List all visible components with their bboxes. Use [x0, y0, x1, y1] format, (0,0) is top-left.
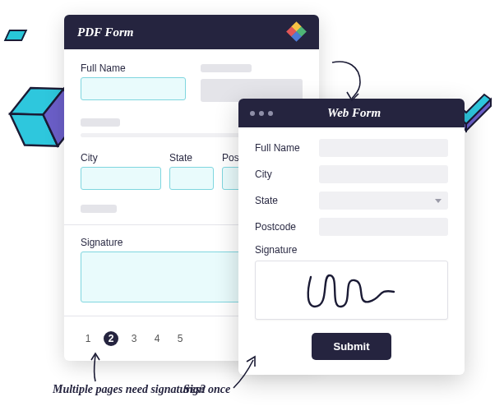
decorative-chip — [4, 30, 28, 41]
pdf-form-title: PDF Form — [77, 25, 134, 39]
web-state-select[interactable] — [319, 192, 448, 210]
web-state-label: State — [255, 195, 307, 206]
web-form-window: Web Form Full Name City State Postcode S… — [238, 99, 465, 375]
web-city-input[interactable] — [319, 165, 448, 183]
web-city-label: City — [255, 168, 307, 180]
pdf-state-label: State — [169, 152, 214, 164]
pdf-city-input[interactable] — [81, 167, 161, 190]
web-fullname-label: Full Name — [255, 142, 307, 154]
web-signature-label: Signature — [255, 244, 448, 256]
web-postcode-label: Postcode — [255, 221, 307, 233]
web-signature-pad[interactable] — [255, 261, 448, 320]
web-form-header: Web Form — [238, 99, 465, 127]
page-5[interactable]: 5 — [173, 331, 187, 346]
pdf-city-label: City — [81, 152, 161, 164]
pdf-form-header: PDF Form — [64, 15, 319, 49]
logo-icon — [288, 23, 306, 41]
placeholder-line — [81, 205, 117, 213]
page-2[interactable]: 2 — [104, 331, 118, 346]
placeholder-line — [81, 118, 120, 127]
signature-scribble-icon — [298, 267, 405, 313]
submit-button[interactable]: Submit — [312, 333, 391, 360]
pdf-fullname-input[interactable] — [81, 77, 186, 100]
page-3[interactable]: 3 — [127, 331, 141, 346]
page-1[interactable]: 1 — [81, 331, 95, 346]
pdf-fullname-label: Full Name — [81, 62, 186, 74]
web-postcode-input[interactable] — [319, 218, 448, 236]
web-form-title: Web Form — [255, 106, 453, 120]
pdf-state-input[interactable] — [169, 167, 214, 190]
placeholder-line — [201, 64, 252, 72]
annotation-sign-once: Sign once — [183, 383, 230, 396]
page-4[interactable]: 4 — [150, 331, 164, 346]
web-fullname-input[interactable] — [319, 139, 448, 157]
